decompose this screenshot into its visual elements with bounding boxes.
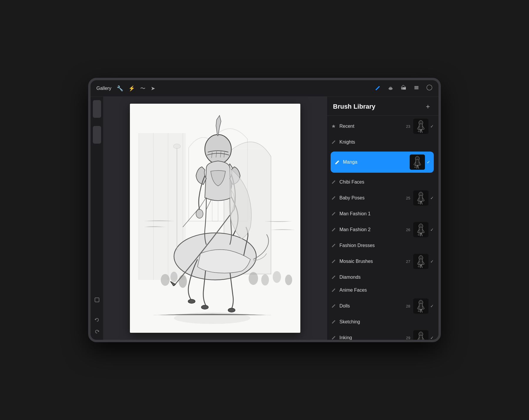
brush-item-sketching[interactable]: Sketching (327, 315, 438, 328)
brush-number-dolls: 28 (406, 304, 410, 308)
svg-point-16 (273, 271, 281, 283)
canvas-area[interactable] (103, 97, 327, 340)
svg-point-25 (196, 209, 203, 218)
brush-name-recent: Recent (339, 124, 406, 129)
brush-icon-sketching (331, 319, 337, 325)
check-mark-mosaic-brushes: ✓ (430, 259, 434, 264)
svg-point-0 (389, 88, 393, 90)
brush-number-inking: 29 (406, 336, 410, 340)
brush-icon-inking (331, 335, 337, 340)
brush-name-chibi-faces: Chibi Faces (339, 179, 418, 185)
svg-point-22 (201, 305, 208, 309)
brush-icon-recent (331, 123, 337, 129)
brush-name-dolls: Dolls (339, 303, 406, 309)
brush-item-fashion-dresses[interactable]: Fashion Dresses (327, 239, 438, 252)
brush-name-knights: Knights (339, 140, 418, 145)
arrow-icon[interactable]: ➤ (151, 85, 155, 92)
brush-item-diamonds[interactable]: Diamonds (327, 271, 438, 284)
scurve-icon[interactable]: 〜 (140, 85, 145, 92)
brush-icon-baby-poses (331, 195, 337, 201)
brush-name-fashion-dresses: Fashion Dresses (339, 243, 418, 248)
wrench-icon[interactable]: 🔧 (117, 85, 123, 92)
svg-point-13 (179, 275, 187, 288)
brush-number-man-fashion-2: 26 (406, 228, 410, 232)
brush-icon-man-fashion-2 (331, 227, 337, 233)
pencil-tool-icon[interactable] (374, 84, 381, 92)
svg-point-23 (228, 308, 235, 312)
svg-point-27 (173, 144, 180, 149)
gallery-button[interactable]: Gallery (96, 86, 111, 91)
brush-name-anime-faces: Anime Faces (339, 288, 418, 293)
top-bar-left: Gallery 🔧 ⚡ 〜 ➤ (96, 85, 155, 92)
check-mark-dolls: ✓ (430, 304, 434, 308)
top-bar: Gallery 🔧 ⚡ 〜 ➤ (91, 80, 438, 97)
eraser-tool-icon[interactable] (400, 84, 407, 92)
brush-thumbnail-dolls (413, 298, 428, 314)
undo-button[interactable] (92, 315, 102, 325)
top-bar-right (374, 84, 433, 92)
svg-point-15 (261, 274, 269, 285)
panel-header: Brush Library + (327, 97, 438, 116)
brush-item-knights[interactable]: Knights (327, 136, 438, 149)
svg-point-6 (427, 85, 432, 90)
svg-rect-2 (403, 87, 406, 90)
brush-icon-manga (334, 159, 340, 165)
check-mark-manga: ✓ (427, 160, 430, 164)
brush-thumbnail-recent (413, 119, 428, 134)
brush-size-slider[interactable] (93, 100, 101, 118)
svg-rect-5 (414, 88, 418, 89)
brush-icon-man-fashion-1 (331, 211, 337, 217)
brush-name-sketching: Sketching (339, 319, 418, 325)
brush-icon-mosaic-brushes (331, 258, 337, 264)
brush-name-baby-poses: Baby Poses (339, 195, 406, 201)
svg-rect-4 (414, 87, 418, 88)
brush-item-anime-faces[interactable]: Anime Faces (327, 284, 438, 297)
color-circle-icon[interactable] (426, 84, 433, 92)
panel-title: Brush Library (333, 103, 375, 110)
svg-point-12 (170, 272, 178, 282)
check-mark-man-fashion-2: ✓ (430, 227, 434, 232)
opacity-slider[interactable] (93, 126, 101, 144)
tablet-frame: Gallery 🔧 ⚡ 〜 ➤ (88, 78, 441, 342)
brush-name-diamonds: Diamonds (339, 275, 418, 280)
brush-number-baby-poses: 25 (406, 196, 410, 200)
main-content: Brush Library + Recent 23 ✓ Knights (91, 97, 438, 340)
brush-item-inking[interactable]: Inking 29 ✓ (327, 328, 438, 340)
brush-thumbnail-manga (410, 154, 425, 170)
svg-point-17 (285, 275, 292, 285)
brush-icon-dolls (331, 303, 337, 309)
redo-button[interactable] (92, 327, 102, 336)
brush-thumbnail-inking (413, 330, 428, 340)
add-brush-button[interactable]: + (423, 102, 433, 111)
svg-rect-3 (414, 86, 418, 87)
square-tool-button[interactable] (92, 295, 102, 305)
brush-item-man-fashion-1[interactable]: Man Fashion 1 (327, 207, 438, 220)
brush-name-man-fashion-2: Man Fashion 2 (339, 227, 406, 232)
brush-icon-knights (331, 139, 337, 145)
brush-number-recent: 23 (406, 124, 410, 129)
brush-icon-anime-faces (331, 287, 337, 293)
brush-name-inking: Inking (339, 335, 406, 340)
canvas-drawing (130, 104, 300, 333)
left-sidebar (91, 97, 103, 340)
layers-tool-icon[interactable] (413, 84, 420, 92)
svg-point-21 (188, 299, 195, 303)
brush-item-manga[interactable]: Manga ✓ (327, 149, 438, 176)
brush-number-mosaic-brushes: 27 (406, 259, 410, 264)
brush-item-man-fashion-2[interactable]: Man Fashion 2 26 ✓ (327, 220, 438, 239)
smudge-tool-icon[interactable] (387, 84, 394, 92)
brush-item-mosaic-brushes[interactable]: Mosaic Brushes 27 ✓ (327, 252, 438, 271)
brush-icon-diamonds (331, 274, 337, 280)
check-mark-inking: ✓ (430, 335, 434, 340)
svg-point-14 (249, 272, 258, 285)
svg-marker-28 (332, 125, 335, 128)
brush-item-chibi-faces[interactable]: Chibi Faces (327, 176, 438, 189)
brush-item-recent[interactable]: Recent 23 ✓ (327, 117, 438, 136)
brush-item-dolls[interactable]: Dolls 28 ✓ (327, 297, 438, 315)
lightning-icon[interactable]: ⚡ (128, 85, 135, 92)
brush-thumbnail-baby-poses (413, 190, 428, 206)
brush-thumbnail-man-fashion-2 (413, 222, 428, 237)
brush-list[interactable]: Recent 23 ✓ Knights Manga (327, 116, 438, 340)
brush-item-baby-poses[interactable]: Baby Poses 25 ✓ (327, 189, 438, 207)
brush-name-mosaic-brushes: Mosaic Brushes (339, 259, 406, 264)
